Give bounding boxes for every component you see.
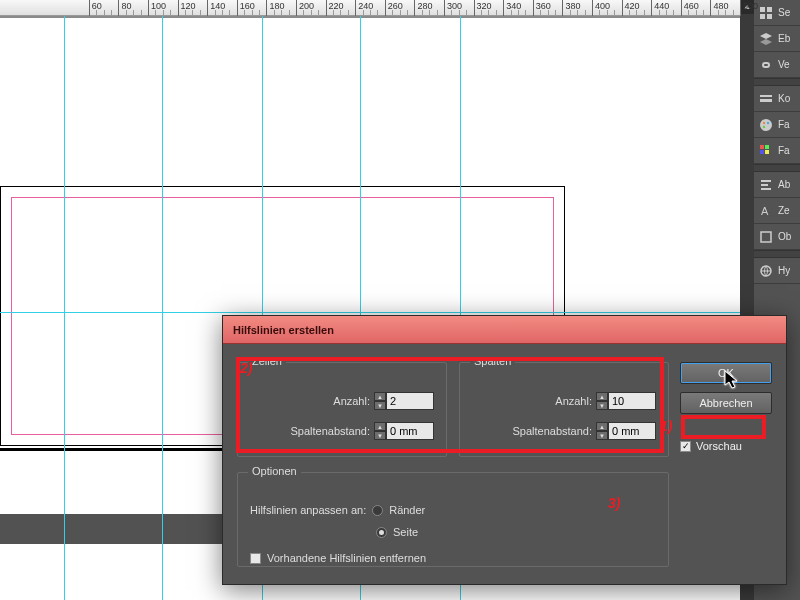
cancel-label: Abbrechen <box>699 397 752 409</box>
panel-item-label: Ko <box>778 93 790 104</box>
link-icon <box>758 57 774 73</box>
cols-gutter-stepper[interactable]: ▲▼ <box>596 422 656 440</box>
svg-rect-12 <box>760 150 764 154</box>
svg-rect-3 <box>767 14 772 19</box>
annotation-1: 1) <box>660 418 672 434</box>
remove-existing-label: Vorhandene Hilfslinien entfernen <box>267 552 426 564</box>
dialog-titlebar[interactable]: Hilfslinien erstellen <box>223 316 786 344</box>
panel-item-label: Ab <box>778 179 790 190</box>
cols-count-input[interactable] <box>608 392 656 410</box>
create-guides-dialog: Hilfslinien erstellen Zeilen Anzahl: ▲▼ … <box>222 315 787 585</box>
columns-group: Spalten Anzahl: ▲▼ Spaltenabstand: ▲▼ <box>459 362 669 457</box>
hyperlink-icon <box>758 263 774 279</box>
cols-count-stepper[interactable]: ▲▼ <box>596 392 656 410</box>
svg-rect-5 <box>760 99 772 102</box>
panel-item-label: Fa <box>778 119 790 130</box>
remove-existing-checkbox[interactable] <box>250 553 261 564</box>
rows-group: Zeilen Anzahl: ▲▼ Spaltenabstand: ▲▼ <box>237 362 447 457</box>
object-icon <box>758 229 774 245</box>
panel-item-label: Ob <box>778 231 791 242</box>
svg-text:A: A <box>761 205 769 217</box>
ok-button[interactable]: OK <box>680 362 772 384</box>
panel-separator <box>754 164 800 172</box>
panel-item-stroke[interactable]: Ko <box>754 86 800 112</box>
svg-rect-11 <box>765 145 769 149</box>
step-up-icon[interactable]: ▲ <box>596 392 608 401</box>
panel-item-label: Eb <box>778 33 790 44</box>
rows-count-stepper[interactable]: ▲▼ <box>374 392 434 410</box>
fit-page-radio[interactable] <box>376 527 387 538</box>
panel-item-align[interactable]: Ab <box>754 172 800 198</box>
preview-label: Vorschau <box>696 440 742 452</box>
fit-label: Hilfslinien anpassen an: <box>250 504 366 516</box>
step-down-icon[interactable]: ▼ <box>374 431 386 440</box>
step-down-icon[interactable]: ▼ <box>596 431 608 440</box>
pasteboard-edge-top <box>0 16 740 18</box>
rows-gutter-input[interactable] <box>386 422 434 440</box>
rows-count-label: Anzahl: <box>333 395 370 407</box>
annotation-2: 2) <box>240 360 252 376</box>
svg-rect-1 <box>767 7 772 12</box>
panel-item-object[interactable]: Ob <box>754 224 800 250</box>
swatches-icon <box>758 143 774 159</box>
cols-legend: Spalten <box>470 355 515 367</box>
ruler-horizontal: 6080100120140160180200220240260280300320… <box>0 0 740 16</box>
panel-item-label: Hy <box>778 265 790 276</box>
step-down-icon[interactable]: ▼ <box>374 401 386 410</box>
panel-item-label: Ze <box>778 205 790 216</box>
rows-gutter-label: Spaltenabstand: <box>290 425 370 437</box>
ok-label: OK <box>718 367 734 379</box>
step-up-icon[interactable]: ▲ <box>374 422 386 431</box>
panel-item-panels[interactable]: Se <box>754 0 800 26</box>
panels-icon <box>758 5 774 21</box>
annotation-3: 3) <box>608 495 620 511</box>
svg-point-6 <box>760 119 772 131</box>
char-icon: A <box>758 203 774 219</box>
svg-point-8 <box>767 121 769 123</box>
panel-separator <box>754 78 800 86</box>
step-up-icon[interactable]: ▲ <box>596 422 608 431</box>
rows-gutter-stepper[interactable]: ▲▼ <box>374 422 434 440</box>
svg-point-7 <box>763 121 765 123</box>
palette-icon <box>758 117 774 133</box>
panel-item-label: Ve <box>778 59 790 70</box>
cols-gutter-label: Spaltenabstand: <box>512 425 592 437</box>
svg-rect-15 <box>761 184 768 186</box>
svg-rect-0 <box>760 7 765 12</box>
options-group: Optionen Hilfslinien anpassen an: Ränder… <box>237 472 669 567</box>
svg-point-9 <box>763 125 765 127</box>
panel-item-layers[interactable]: Eb <box>754 26 800 52</box>
panel-item-link[interactable]: Ve <box>754 52 800 78</box>
fit-margins-radio[interactable] <box>372 505 383 516</box>
dialog-title: Hilfslinien erstellen <box>233 324 334 336</box>
preview-checkbox[interactable] <box>680 441 691 452</box>
fit-margins-label: Ränder <box>389 504 425 516</box>
panel-item-palette[interactable]: Fa <box>754 112 800 138</box>
guide-vertical[interactable] <box>162 16 163 600</box>
guide-horizontal[interactable] <box>0 312 740 313</box>
fit-page-label: Seite <box>393 526 418 538</box>
panel-item-char[interactable]: AZe <box>754 198 800 224</box>
rows-legend: Zeilen <box>248 355 286 367</box>
svg-rect-13 <box>765 150 769 154</box>
step-up-icon[interactable]: ▲ <box>374 392 386 401</box>
cols-count-label: Anzahl: <box>555 395 592 407</box>
panel-separator <box>754 250 800 258</box>
stroke-icon <box>758 91 774 107</box>
options-legend: Optionen <box>248 465 301 477</box>
cancel-button[interactable]: Abbrechen <box>680 392 772 414</box>
cols-gutter-input[interactable] <box>608 422 656 440</box>
layers-icon <box>758 31 774 47</box>
svg-rect-16 <box>761 188 771 190</box>
guide-vertical[interactable] <box>64 16 65 600</box>
svg-rect-2 <box>760 14 765 19</box>
panel-item-label: Fa <box>778 145 790 156</box>
align-icon <box>758 177 774 193</box>
panel-item-swatches[interactable]: Fa <box>754 138 800 164</box>
panel-item-hyperlink[interactable]: Hy <box>754 258 800 284</box>
svg-rect-18 <box>761 232 771 242</box>
svg-rect-14 <box>761 180 771 182</box>
rows-count-input[interactable] <box>386 392 434 410</box>
svg-rect-4 <box>760 95 772 97</box>
step-down-icon[interactable]: ▼ <box>596 401 608 410</box>
